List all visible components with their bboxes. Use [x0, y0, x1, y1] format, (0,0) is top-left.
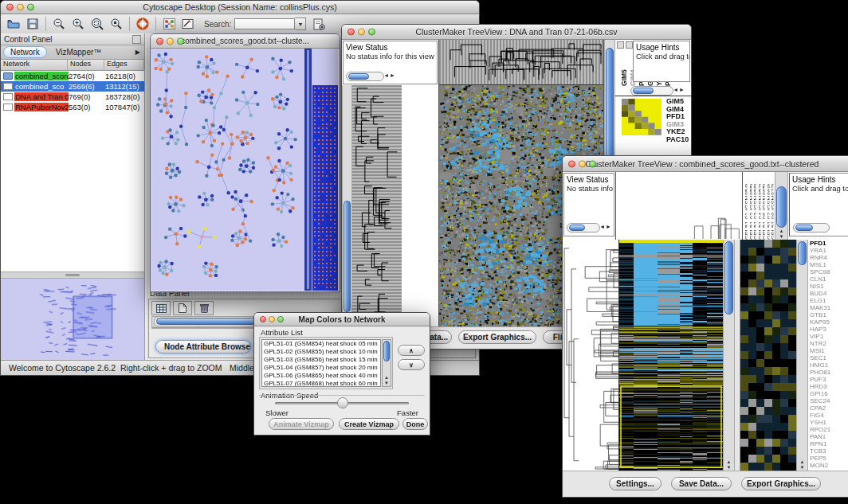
- attribute-list-item[interactable]: GPL51-01 (GSM854) heat shock 05 min: [262, 340, 380, 348]
- move-up-button[interactable]: ∧: [398, 345, 425, 356]
- network-table-row[interactable]: RNAPuberNov2+ 563(0) 107847(0): [1, 102, 144, 112]
- column-label[interactable]: GPL51-06 (GSM865): [760, 172, 765, 240]
- slider-thumb[interactable]: [795, 225, 813, 231]
- gene-label[interactable]: MON2: [810, 462, 848, 469]
- gene-label[interactable]: FIG4: [810, 412, 848, 419]
- gene-label[interactable]: HRD3: [810, 383, 848, 390]
- scrollbar-thumb[interactable]: [344, 201, 351, 312]
- scrollbar-arrows[interactable]: ▲▼: [383, 375, 391, 386]
- attribute-list-scrollbar[interactable]: ▲▼: [382, 339, 391, 387]
- delete-attribute-button[interactable]: [194, 301, 214, 315]
- scrollbar-thumb[interactable]: [724, 241, 733, 315]
- tv2-heatmap-scrollbar[interactable]: ▲▼: [723, 240, 735, 471]
- tv2-zoom-scrollbar[interactable]: ▲▼: [796, 240, 808, 471]
- speed-slider-thumb[interactable]: [337, 397, 348, 408]
- gene-label[interactable]: RPN1: [810, 440, 848, 447]
- gene-label[interactable]: SPC98: [810, 268, 848, 275]
- tv2-heatmap[interactable]: [618, 240, 723, 471]
- tv2-settings-button[interactable]: Settings...: [609, 477, 662, 490]
- scrollbar-thumb[interactable]: [383, 341, 390, 361]
- tab-overflow-button[interactable]: ▶: [132, 49, 144, 56]
- tv2-export-graphics-button[interactable]: Export Graphics...: [741, 477, 821, 490]
- help-button[interactable]: [133, 16, 152, 32]
- control-panel-tab[interactable]: Network: [3, 46, 47, 58]
- gene-label[interactable]: HMG1: [810, 361, 848, 369]
- close-button[interactable]: [156, 37, 163, 45]
- node-attribute-browser-button[interactable]: Node Attribute Browser: [155, 340, 251, 354]
- network-table-row[interactable]: combined_sco 2569(6) 13112(15): [1, 81, 144, 92]
- new-attribute-button[interactable]: [173, 301, 192, 315]
- minimize-button[interactable]: [358, 29, 365, 36]
- attribute-list-item[interactable]: GPL51-02 (GSM855) heat shock 10 min: [262, 348, 380, 356]
- column-label[interactable]: GPL51-03 (GSM856): [752, 172, 756, 240]
- tv2-header-scrollbar[interactable]: ▲▼: [775, 172, 788, 240]
- gene-label[interactable]: MSL1: [810, 261, 848, 268]
- minimize-button[interactable]: [269, 316, 275, 322]
- column-label[interactable]: GPL51-01 (GSM854): [743, 172, 748, 240]
- gene-label[interactable]: RNR4: [810, 254, 848, 261]
- tv2-row-dendrogram[interactable]: [563, 240, 618, 471]
- close-button[interactable]: [260, 316, 266, 322]
- vizmap-button[interactable]: [159, 16, 179, 32]
- tv1-correlation-heatmap[interactable]: [622, 99, 662, 135]
- zoom-selected-button[interactable]: [88, 16, 107, 32]
- move-down-button[interactable]: ∨: [398, 359, 425, 370]
- close-button[interactable]: [568, 160, 575, 167]
- gene-label[interactable]: PHO81: [810, 369, 848, 376]
- network-overview-thumbnail[interactable]: [1, 279, 144, 361]
- search-dropdown-button[interactable]: ▼: [295, 18, 306, 30]
- save-button[interactable]: [23, 16, 42, 32]
- gene-label[interactable]: VIP1: [810, 333, 848, 340]
- search-input[interactable]: [234, 18, 295, 29]
- tv1-zoom-slider[interactable]: ◄►: [630, 86, 673, 96]
- tv2-column-dendrogram[interactable]: [615, 172, 743, 240]
- annotation-button[interactable]: [179, 16, 198, 32]
- control-panel-tab[interactable]: VizMapper™: [49, 46, 108, 58]
- gene-label[interactable]: PUF3: [810, 376, 848, 383]
- gene-label[interactable]: YSH1: [810, 419, 848, 426]
- gene-label[interactable]: CPA2: [810, 404, 848, 412]
- zoom-button[interactable]: [368, 29, 375, 36]
- minimize-button[interactable]: [167, 37, 174, 45]
- zoom-button[interactable]: [177, 37, 184, 45]
- select-attributes-button[interactable]: [151, 301, 171, 315]
- minimize-button[interactable]: [579, 160, 586, 167]
- column-label[interactable]: GPL51-08 (GSM872): [769, 172, 774, 240]
- gene-label[interactable]: PFD1: [666, 113, 689, 121]
- attribute-list-item[interactable]: GPL51-07 (GSM868) heat shock 60 min: [262, 380, 380, 387]
- gene-label[interactable]: CLN1: [810, 275, 848, 283]
- gene-label[interactable]: YRA1: [810, 247, 848, 254]
- gene-label[interactable]: PFD1: [810, 240, 848, 247]
- scrollbar-arrows[interactable]: ▲▼: [775, 229, 787, 240]
- column-label[interactable]: GIM5: [620, 49, 628, 86]
- col-nodes[interactable]: Nodes: [68, 60, 104, 70]
- attribute-list-item[interactable]: GPL51-03 (GSM856) heat shock 15 min: [262, 356, 380, 364]
- gene-label[interactable]: NTR2: [810, 340, 848, 347]
- gene-label[interactable]: GIM4: [666, 106, 689, 114]
- zoom-out-button[interactable]: [49, 16, 69, 32]
- slider-arrows[interactable]: ◄►: [383, 72, 396, 78]
- gene-label[interactable]: GTB1: [810, 311, 848, 318]
- close-button[interactable]: [347, 29, 355, 36]
- animate-vizmap-button[interactable]: Animate Vizmap: [269, 418, 334, 430]
- slider-arrows[interactable]: ◄►: [599, 224, 612, 229]
- gene-label[interactable]: MAK31: [810, 304, 848, 311]
- gene-label[interactable]: SEC24: [810, 397, 848, 404]
- main-titlebar[interactable]: Cytoscape Desktop (Session Name: collins…: [1, 1, 479, 14]
- gene-label[interactable]: BUD4: [810, 290, 848, 297]
- tv1-row-dendrogram[interactable]: [352, 85, 402, 327]
- slider-thumb[interactable]: [633, 88, 654, 94]
- gene-label[interactable]: HAP3: [810, 326, 848, 333]
- col-edges[interactable]: Edges: [104, 60, 144, 70]
- network-canvas[interactable]: [151, 49, 338, 291]
- tv2-save-data-button[interactable]: Save Data...: [671, 477, 732, 490]
- gene-label[interactable]: PAC10: [666, 136, 689, 144]
- gene-label[interactable]: GIM3: [666, 121, 689, 129]
- col-network[interactable]: Network: [1, 60, 68, 70]
- scrollbar-arrows[interactable]: ▲▼: [724, 459, 734, 471]
- scrollbar-thumb[interactable]: [776, 186, 787, 228]
- tv2-status-zoom-slider[interactable]: ◄►: [567, 223, 600, 232]
- gene-label[interactable]: ELG1: [810, 297, 848, 304]
- open-file-button[interactable]: [4, 16, 23, 32]
- zoom-button[interactable]: [27, 4, 34, 11]
